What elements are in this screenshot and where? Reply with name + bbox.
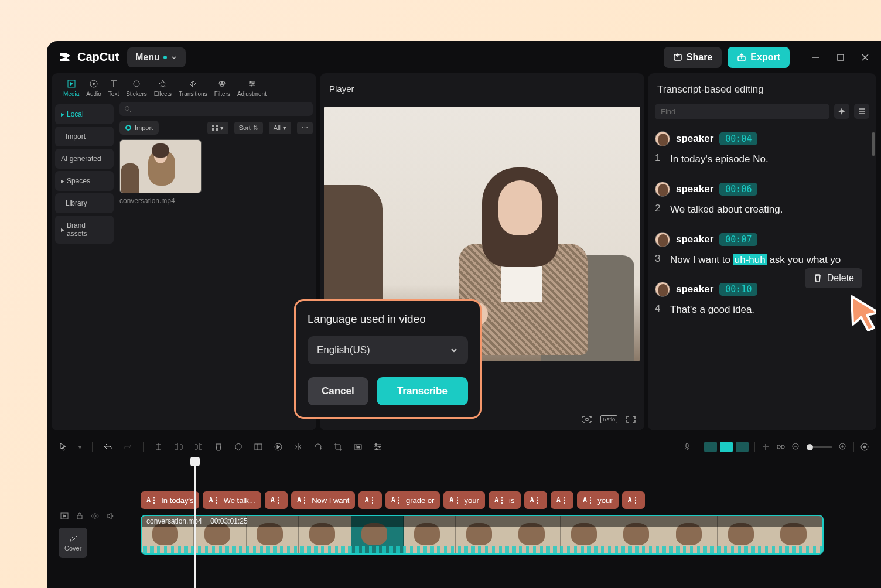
pro-enhance-icon[interactable]: Pro <box>353 442 363 452</box>
close-button[interactable] <box>861 53 869 61</box>
caption-clip[interactable]: A⋮ <box>358 491 381 509</box>
tab-adjustment[interactable]: Adjustment <box>234 77 270 100</box>
tab-filters[interactable]: Filters <box>211 77 234 100</box>
crop-icon[interactable] <box>333 442 343 452</box>
link-icon[interactable] <box>776 442 786 452</box>
split-icon[interactable] <box>154 442 163 452</box>
find-input[interactable]: Find <box>655 104 829 119</box>
transcript-text[interactable]: Now I want to uh-huh ask you what yo <box>670 253 869 267</box>
redo-icon[interactable] <box>123 442 132 452</box>
ratio-button[interactable]: Ratio <box>600 415 617 423</box>
fit-icon[interactable] <box>860 442 869 452</box>
svg-rect-21 <box>216 128 218 131</box>
tab-effects[interactable]: Effects <box>151 77 175 100</box>
tab-text[interactable]: Text <box>105 77 122 100</box>
timestamp-pill[interactable]: 00:04 <box>719 132 757 145</box>
timeline-tracks[interactable]: A⋮In today's A⋮We talk... A⋮ A⋮Now I wan… <box>137 463 876 588</box>
grid-view-button[interactable]: ▾ <box>207 122 228 134</box>
caption-clip[interactable]: A⋮ <box>551 491 573 509</box>
sidebar-item-ai-generated[interactable]: AI generated <box>55 149 114 169</box>
transcript-list[interactable]: speaker 00:04 1In today's episode No. sp… <box>648 127 876 402</box>
mute-icon[interactable] <box>105 511 115 521</box>
timestamp-pill[interactable]: 00:10 <box>719 283 757 296</box>
sidebar-item-import[interactable]: Import <box>55 127 114 146</box>
menu-button[interactable]: Menu <box>127 47 186 67</box>
more-options-button[interactable]: ⋯ <box>297 122 313 134</box>
timeline-section: ▾ Pro <box>47 435 881 588</box>
minimize-button[interactable] <box>812 53 820 61</box>
timestamp-pill[interactable]: 00:07 <box>719 233 757 246</box>
delete-icon[interactable] <box>214 442 223 452</box>
preview-icon[interactable] <box>60 511 69 521</box>
delete-context-button[interactable]: Delete <box>805 268 862 288</box>
rotate-icon[interactable] <box>313 442 323 452</box>
sort-button[interactable]: Sort ⇅ <box>234 122 263 134</box>
export-button[interactable]: Export <box>728 47 790 68</box>
caption-track[interactable]: A⋮In today's A⋮We talk... A⋮ A⋮Now I wan… <box>141 491 645 509</box>
filler-word-highlight[interactable]: uh-huh <box>733 254 767 265</box>
timestamp-pill[interactable]: 00:06 <box>719 183 757 196</box>
media-search-input[interactable] <box>119 102 313 116</box>
zoom-slider[interactable] <box>807 446 832 448</box>
marker-icon[interactable] <box>234 442 243 452</box>
import-button[interactable]: Import <box>119 121 159 135</box>
selection-tool-icon[interactable] <box>59 442 68 452</box>
caption-clip[interactable]: A⋮Now I want <box>291 491 356 509</box>
caption-clip[interactable]: A⋮your <box>577 491 619 509</box>
zoom-mode-group[interactable] <box>704 442 749 452</box>
play-range-icon[interactable] <box>274 442 283 452</box>
sidebar-item-library[interactable]: Library <box>55 193 114 213</box>
caption-clip[interactable]: A⋮ <box>265 491 288 509</box>
share-button[interactable]: Share <box>664 47 722 68</box>
tab-stickers[interactable]: Stickers <box>122 77 151 100</box>
sparkle-button[interactable] <box>834 104 849 119</box>
visibility-icon[interactable] <box>90 511 100 521</box>
transcript-text[interactable]: In today's episode No. <box>670 152 869 166</box>
delete-left-icon[interactable] <box>174 442 183 452</box>
caption-clip[interactable]: A⋮We talk... <box>203 491 261 509</box>
filter-all-button[interactable]: All ▾ <box>269 122 291 134</box>
sidebar-item-brand-assets[interactable]: ▸Brand assets <box>55 216 114 244</box>
speaker-avatar <box>655 282 670 297</box>
cancel-button[interactable]: Cancel <box>308 377 368 405</box>
fullscreen-icon[interactable] <box>626 415 636 423</box>
zoom-in-icon[interactable] <box>838 442 848 452</box>
transcript-text[interactable]: That's a good idea. <box>670 303 869 317</box>
media-item[interactable]: conversation.mp4 <box>119 139 202 205</box>
microphone-icon[interactable] <box>682 442 692 452</box>
cover-button[interactable]: Cover <box>59 528 87 558</box>
caption-clip[interactable]: A⋮ <box>622 491 645 509</box>
transcript-item[interactable]: speaker 00:07 3Now I want to uh-huh ask … <box>655 232 869 267</box>
playhead[interactable] <box>194 461 196 588</box>
scan-icon[interactable] <box>582 415 592 423</box>
maximize-button[interactable] <box>836 53 845 61</box>
zoom-out-icon[interactable] <box>791 442 801 452</box>
list-button[interactable] <box>854 104 869 119</box>
settings-icon[interactable] <box>373 442 383 452</box>
svg-rect-31 <box>686 443 688 448</box>
transcript-item[interactable]: speaker 00:06 2We talked about creating. <box>655 182 869 217</box>
caption-clip[interactable]: A⋮is <box>489 491 521 509</box>
tab-media[interactable]: Media <box>60 77 83 100</box>
transcript-title: Transcript-based editing <box>648 73 876 104</box>
transcript-text[interactable]: We talked about creating. <box>670 203 869 217</box>
frame-icon[interactable] <box>254 442 263 452</box>
transcript-item[interactable]: speaker 00:04 1In today's episode No. <box>655 131 869 166</box>
scrollbar-thumb[interactable] <box>872 132 875 156</box>
video-clip[interactable]: conversation.mp4 00:03:01:25 <box>141 515 824 555</box>
mirror-icon[interactable] <box>293 442 303 452</box>
snap-icon[interactable] <box>761 442 770 452</box>
caption-clip[interactable]: A⋮ <box>524 491 547 509</box>
caption-clip[interactable]: A⋮In today's <box>141 491 199 509</box>
caption-clip[interactable]: A⋮grade or <box>385 491 440 509</box>
delete-right-icon[interactable] <box>194 442 203 452</box>
language-select[interactable]: English(US) <box>308 336 468 364</box>
caption-clip[interactable]: A⋮your <box>443 491 485 509</box>
transcribe-button[interactable]: Transcribe <box>377 377 468 405</box>
tab-transitions[interactable]: Transitions <box>175 77 211 100</box>
tab-audio[interactable]: Audio <box>83 77 105 100</box>
lock-icon[interactable] <box>75 511 84 521</box>
sidebar-item-local[interactable]: ▸Local <box>55 104 114 124</box>
undo-icon[interactable] <box>103 442 112 452</box>
sidebar-item-spaces[interactable]: ▸Spaces <box>55 171 114 191</box>
